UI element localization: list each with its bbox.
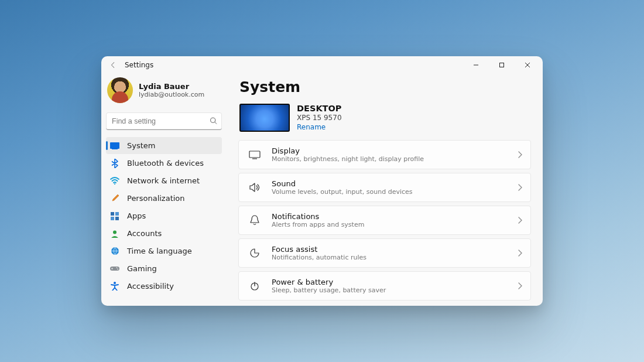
- sidebar-item-label: Gaming: [127, 264, 157, 273]
- account-icon: [109, 228, 120, 239]
- card-focus-assist[interactable]: Focus assist Notifications, automatic ru…: [238, 238, 531, 268]
- system-icon: [109, 141, 120, 151]
- back-button[interactable]: [106, 58, 120, 72]
- card-subtitle: Alerts from apps and system: [272, 221, 518, 228]
- sidebar-item-label: Personalization: [127, 194, 185, 203]
- window-title: Settings: [125, 61, 153, 69]
- card-title: Notifications: [272, 212, 518, 221]
- bluetooth-icon: [109, 158, 120, 169]
- card-subtitle: Sleep, battery usage, battery saver: [272, 286, 518, 294]
- chevron-right-icon: [518, 215, 522, 226]
- profile[interactable]: Lydia Bauer lydiab@outlook.com: [106, 75, 222, 109]
- sidebar-item-bluetooth[interactable]: Bluetooth & devices: [106, 155, 222, 172]
- device-name: DESKTOP: [297, 104, 342, 113]
- back-arrow-icon: [109, 61, 117, 69]
- sidebar-item-time-language[interactable]: Time & language: [106, 243, 222, 259]
- rename-link[interactable]: Rename: [297, 123, 342, 131]
- titlebar: Settings: [101, 56, 543, 74]
- svg-rect-5: [111, 212, 114, 216]
- gaming-icon: [109, 264, 120, 274]
- sidebar-item-label: Network & internet: [127, 176, 200, 185]
- wifi-icon: [109, 176, 120, 186]
- svg-point-12: [117, 267, 118, 268]
- chevron-right-icon: [518, 182, 522, 193]
- sidebar-item-gaming[interactable]: Gaming: [106, 260, 222, 277]
- search-box: [106, 112, 222, 130]
- window-controls: [463, 56, 540, 74]
- sound-icon: [248, 181, 261, 194]
- maximize-button[interactable]: [489, 56, 515, 74]
- main: System DESKTOP XPS 15 9570 Rename Displa…: [227, 74, 543, 306]
- svg-rect-3: [112, 149, 118, 149]
- sidebar-item-label: Time & language: [127, 247, 192, 255]
- svg-rect-6: [115, 212, 119, 216]
- device-thumbnail: [239, 104, 290, 132]
- sidebar-item-label: Bluetooth & devices: [127, 159, 204, 168]
- minimize-button[interactable]: [463, 56, 489, 74]
- focus-icon: [248, 247, 261, 259]
- brush-icon: [109, 193, 120, 204]
- sidebar-item-accessibility[interactable]: Accessibility: [106, 278, 222, 295]
- svg-point-1: [211, 118, 215, 122]
- power-icon: [248, 279, 261, 292]
- settings-window: Settings Lydia Bauer lydiab@outlook.com: [101, 56, 543, 306]
- apps-icon: [109, 211, 120, 221]
- search-input[interactable]: [106, 112, 222, 130]
- sidebar-item-label: Accessibility: [127, 282, 174, 291]
- card-subtitle: Notifications, automatic rules: [272, 254, 518, 261]
- svg-rect-7: [111, 217, 114, 220]
- card-title: Display: [272, 146, 518, 155]
- accessibility-icon: [109, 281, 120, 292]
- notifications-icon: [248, 214, 261, 227]
- sidebar: Lydia Bauer lydiab@outlook.com System Bl…: [101, 74, 227, 306]
- svg-point-4: [114, 183, 115, 185]
- svg-point-14: [114, 282, 116, 284]
- card-subtitle: Monitors, brightness, night light, displ…: [272, 155, 518, 163]
- close-icon: [525, 62, 530, 68]
- profile-name: Lydia Bauer: [139, 82, 204, 91]
- maximize-icon: [499, 62, 505, 68]
- globe-icon: [109, 246, 120, 257]
- device-model: XPS 15 9570: [297, 114, 342, 122]
- sidebar-item-accounts[interactable]: Accounts: [106, 225, 222, 242]
- sidebar-item-label: Accounts: [127, 229, 162, 238]
- chevron-right-icon: [518, 149, 522, 160]
- close-button[interactable]: [515, 56, 540, 74]
- chevron-right-icon: [518, 248, 522, 259]
- card-subtitle: Volume levels, output, input, sound devi…: [272, 188, 518, 196]
- sidebar-item-label: System: [127, 141, 155, 150]
- card-power-battery[interactable]: Power & battery Sleep, battery usage, ba…: [238, 271, 531, 300]
- nav: System Bluetooth & devices Network & int…: [106, 137, 222, 295]
- sidebar-item-label: Apps: [127, 211, 146, 220]
- profile-email: lydiab@outlook.com: [139, 91, 204, 98]
- svg-point-9: [113, 230, 117, 234]
- card-notifications[interactable]: Notifications Alerts from apps and syste…: [238, 206, 531, 235]
- sidebar-item-apps[interactable]: Apps: [106, 207, 222, 224]
- card-title: Focus assist: [272, 245, 518, 254]
- settings-cards: Display Monitors, brightness, night ligh…: [238, 140, 531, 300]
- sidebar-item-system[interactable]: System: [106, 137, 222, 154]
- svg-point-13: [117, 269, 118, 270]
- sidebar-item-personalization[interactable]: Personalization: [106, 190, 222, 207]
- card-title: Power & battery: [272, 278, 518, 286]
- card-display[interactable]: Display Monitors, brightness, night ligh…: [238, 140, 531, 169]
- svg-rect-15: [249, 151, 260, 158]
- minimize-icon: [473, 62, 479, 68]
- svg-rect-2: [110, 142, 119, 149]
- svg-rect-8: [115, 217, 119, 220]
- svg-rect-0: [500, 63, 504, 67]
- card-title: Sound: [272, 179, 518, 188]
- card-sound[interactable]: Sound Volume levels, output, input, soun…: [238, 173, 531, 202]
- display-icon: [248, 148, 261, 161]
- avatar: [107, 77, 133, 103]
- sidebar-item-network[interactable]: Network & internet: [106, 172, 222, 189]
- device-summary: DESKTOP XPS 15 9570 Rename: [239, 104, 531, 132]
- page-title: System: [239, 78, 531, 95]
- chevron-right-icon: [518, 281, 522, 292]
- search-icon: [210, 116, 217, 127]
